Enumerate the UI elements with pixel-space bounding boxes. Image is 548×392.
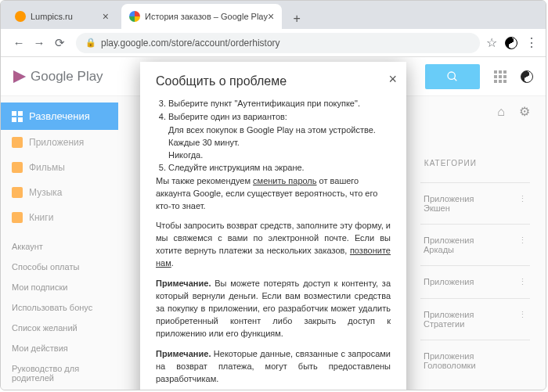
instruction-list: Выберите пункт "Аутентификация при покуп… bbox=[168, 98, 391, 124]
page-content: Google Play ⌂ ⚙ КАТЕГОРИИ Развлечения Пр… bbox=[1, 57, 546, 390]
tab-lumpics[interactable]: Lumpics.ru × bbox=[7, 4, 117, 29]
tab-strip: Lumpics.ru × История заказов – Google Pl… bbox=[1, 1, 546, 29]
note-label: Примечание. bbox=[156, 279, 211, 288]
report-problem-modal: Сообщить о проблеме × Выберите пункт "Ау… bbox=[140, 62, 406, 390]
bookmark-icon[interactable]: ☆ bbox=[486, 35, 497, 50]
close-icon[interactable]: × bbox=[388, 71, 397, 88]
instruction-list-cont: Следуйте инструкциям на экране. bbox=[168, 162, 391, 174]
option-2: Каждые 30 минут. bbox=[168, 137, 391, 149]
forward-button[interactable]: → bbox=[31, 34, 48, 52]
extension-icon[interactable] bbox=[505, 37, 517, 49]
menu-icon[interactable]: ⋮ bbox=[525, 35, 538, 50]
note-1: Примечание. Вы можете потерять доступ к … bbox=[156, 278, 391, 340]
back-button[interactable]: ← bbox=[10, 34, 27, 52]
browser-window: Lumpics.ru × История заказов – Google Pl… bbox=[0, 0, 546, 390]
recommendation-text: Мы также рекомендуем сменить пароль от в… bbox=[156, 175, 391, 213]
option-3: Никогда. bbox=[168, 149, 391, 162]
url-text: play.google.com/store/account/orderhisto… bbox=[101, 38, 280, 49]
step-5: Следуйте инструкциям на экране. bbox=[168, 162, 391, 174]
tab-title: Lumpics.ru bbox=[31, 12, 73, 21]
url-input[interactable]: 🔒 play.google.com/store/account/orderhis… bbox=[76, 33, 480, 53]
text-fragment: Мы также рекомендуем bbox=[156, 176, 253, 185]
close-icon[interactable]: × bbox=[103, 10, 109, 23]
step-4: Выберите один из вариантов: bbox=[168, 111, 391, 124]
tab-title: История заказов – Google Play bbox=[145, 12, 268, 21]
reload-button[interactable]: ⟳ bbox=[51, 34, 68, 52]
modal-title: Сообщить о проблеме bbox=[156, 74, 391, 88]
new-tab-button[interactable]: + bbox=[287, 9, 307, 29]
change-password-link[interactable]: сменить пароль bbox=[253, 176, 316, 185]
close-icon[interactable]: × bbox=[268, 10, 274, 23]
text-fragment: . bbox=[171, 258, 174, 268]
address-bar: ← → ⟳ 🔒 play.google.com/store/account/or… bbox=[1, 29, 546, 57]
note-2: Примечание. Некоторые данные, связанные … bbox=[156, 348, 391, 386]
note-label: Примечание. bbox=[156, 349, 211, 358]
option-1: Для всех покупок в Google Play на этом у… bbox=[168, 124, 391, 137]
favicon-lumpics bbox=[15, 11, 26, 22]
modal-overlay: Сообщить о проблеме × Выберите пункт "Ау… bbox=[1, 57, 546, 390]
lock-icon: 🔒 bbox=[85, 38, 96, 48]
step-3: Выберите пункт "Аутентификация при покуп… bbox=[168, 98, 391, 110]
favicon-play bbox=[129, 11, 140, 22]
refund-info: Чтобы запросить возврат средств, заполни… bbox=[156, 220, 391, 270]
tab-google-play[interactable]: История заказов – Google Play × bbox=[121, 4, 282, 29]
